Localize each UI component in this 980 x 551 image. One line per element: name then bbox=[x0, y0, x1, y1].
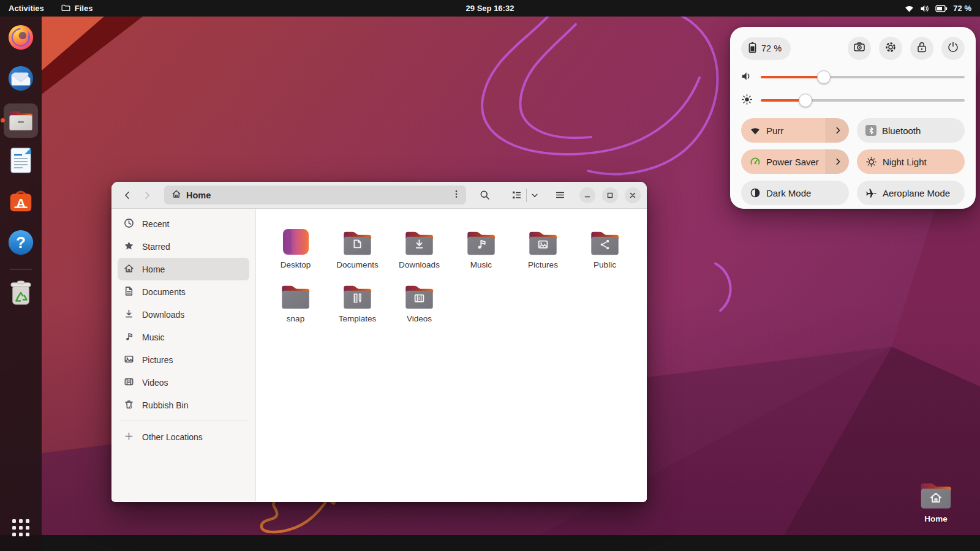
toggle-power-saver[interactable]: Power Saver bbox=[741, 149, 849, 174]
lock-screen-button[interactable] bbox=[910, 37, 933, 60]
firefox-icon bbox=[7, 23, 35, 54]
brightness-slider[interactable] bbox=[761, 94, 965, 107]
folder-label: Public bbox=[594, 260, 616, 269]
sidebar-item-label: Recent bbox=[142, 219, 169, 229]
folder-item-templates[interactable]: Templates bbox=[326, 279, 388, 331]
app-grid-icon bbox=[12, 519, 29, 536]
volume-icon bbox=[920, 4, 930, 13]
desktop-icon-home[interactable]: Home bbox=[909, 478, 963, 523]
folder-icon bbox=[402, 227, 436, 257]
sidebar-item-downloads[interactable]: Downloads bbox=[118, 303, 249, 326]
battery-percent-label: 72 % bbox=[953, 4, 971, 13]
clock[interactable]: 29 Sep 16:32 bbox=[458, 0, 523, 17]
search-button[interactable] bbox=[475, 186, 494, 205]
address-bar[interactable]: Home bbox=[164, 186, 466, 204]
sidebar-item-recent[interactable]: Recent bbox=[118, 212, 249, 235]
screenshot-button[interactable] bbox=[848, 37, 871, 60]
folder-item-pictures[interactable]: Pictures bbox=[512, 225, 574, 277]
battery-pill[interactable]: 72 % bbox=[741, 37, 791, 60]
svg-text:?: ? bbox=[16, 234, 26, 251]
folder-icon bbox=[61, 3, 70, 14]
sidebar-item-other-locations[interactable]: Other Locations bbox=[118, 425, 249, 448]
toggle-purr[interactable]: Purr bbox=[741, 118, 849, 143]
toggle-label: Power Saver bbox=[766, 157, 819, 167]
thunderbird-icon bbox=[7, 64, 35, 95]
folder-item-downloads[interactable]: Downloads bbox=[388, 225, 450, 277]
folder-icon bbox=[279, 281, 312, 310]
folder-item-documents[interactable]: Documents bbox=[326, 225, 388, 277]
dock-item-files[interactable] bbox=[4, 103, 38, 138]
app-menu-files[interactable]: Files bbox=[53, 0, 102, 17]
dock-item-rubbish-bin[interactable] bbox=[4, 277, 38, 312]
view-options-chevron[interactable] bbox=[527, 186, 543, 205]
volume-slider[interactable] bbox=[761, 70, 965, 84]
starred-icon bbox=[124, 241, 134, 253]
folder-item-videos[interactable]: Videos bbox=[388, 279, 450, 331]
sidebar-item-rubbish-bin[interactable]: Rubbish Bin bbox=[118, 394, 249, 416]
power-button[interactable] bbox=[941, 37, 965, 60]
dock-item-help[interactable]: ? bbox=[4, 227, 38, 261]
activities-button[interactable]: Activities bbox=[0, 0, 53, 17]
volume-slider-knob[interactable] bbox=[817, 70, 831, 84]
dock-item-thunderbird[interactable] bbox=[4, 62, 38, 97]
folder-item-public[interactable]: Public bbox=[574, 225, 636, 277]
dock-item-libreoffice-writer[interactable] bbox=[4, 144, 38, 179]
toggle-main[interactable]: Power Saver bbox=[741, 149, 826, 174]
night-light-icon bbox=[865, 156, 877, 168]
folder-item-desktop[interactable]: Desktop bbox=[265, 225, 326, 277]
plus-icon bbox=[124, 431, 134, 443]
files-content-grid: DesktopDocumentsDownloadsMusicPicturesPu… bbox=[256, 209, 647, 501]
dock-item-firefox[interactable] bbox=[4, 21, 38, 56]
toggle-bluetooth[interactable]: Bluetooth bbox=[857, 118, 965, 143]
toggle-dark-mode[interactable]: Dark Mode bbox=[741, 181, 849, 205]
toggle-main[interactable]: Purr bbox=[741, 118, 826, 143]
folder-label: Downloads bbox=[399, 260, 440, 269]
show-apps-button[interactable] bbox=[4, 511, 38, 545]
back-button[interactable] bbox=[118, 186, 137, 205]
forward-button[interactable] bbox=[137, 186, 157, 205]
volume-slider-fill bbox=[761, 76, 824, 78]
folder-item-music[interactable]: Music bbox=[450, 225, 512, 277]
quick-settings-header: 72 % bbox=[741, 37, 965, 60]
clock-label: 29 Sep 16:32 bbox=[466, 4, 514, 13]
toggle-main[interactable]: Bluetooth bbox=[857, 118, 965, 143]
sidebar-item-videos[interactable]: Videos bbox=[118, 371, 249, 394]
folder-label: snap bbox=[287, 314, 304, 323]
brightness-icon bbox=[741, 94, 753, 108]
sidebar-item-label: Starred bbox=[142, 242, 170, 252]
minimize-button[interactable] bbox=[579, 187, 595, 203]
aeroplane-icon bbox=[865, 187, 877, 199]
list-view-button[interactable] bbox=[507, 186, 526, 205]
toggle-label: Bluetooth bbox=[882, 126, 921, 136]
close-button[interactable] bbox=[625, 187, 641, 203]
dark-mode-icon bbox=[750, 187, 761, 198]
folder-item-snap[interactable]: snap bbox=[265, 279, 326, 331]
folder-label: Desktop bbox=[281, 260, 311, 269]
toggle-night-light[interactable]: Night Light bbox=[857, 149, 965, 174]
dock-item-ubuntu-software[interactable]: A bbox=[4, 186, 38, 220]
toggle-expand-arrow[interactable] bbox=[826, 118, 849, 143]
folder-icon bbox=[588, 227, 622, 257]
recent-icon bbox=[124, 218, 134, 230]
toggle-aeroplane-mode[interactable]: Aeroplane Mode bbox=[857, 181, 965, 205]
toggle-main[interactable]: Dark Mode bbox=[741, 181, 849, 205]
download-icon bbox=[124, 309, 134, 321]
desktop-icon-label: Home bbox=[924, 514, 948, 523]
toggle-main[interactable]: Night Light bbox=[857, 149, 965, 174]
system-indicators[interactable]: 72 % bbox=[895, 0, 980, 17]
location-menu-kebab-icon[interactable] bbox=[451, 189, 461, 201]
settings-button[interactable] bbox=[879, 37, 902, 60]
sidebar-item-documents[interactable]: Documents bbox=[118, 280, 249, 303]
toggle-label: Purr bbox=[766, 126, 783, 136]
power-saver-icon bbox=[750, 156, 761, 167]
sidebar-item-home[interactable]: Home bbox=[118, 258, 249, 280]
toggle-expand-arrow[interactable] bbox=[826, 149, 849, 174]
toggle-main[interactable]: Aeroplane Mode bbox=[857, 181, 965, 205]
sidebar-item-pictures[interactable]: Pictures bbox=[118, 348, 249, 371]
sidebar-item-starred[interactable]: Starred bbox=[118, 235, 249, 258]
sidebar-item-music[interactable]: Music bbox=[118, 326, 249, 348]
hamburger-menu-button[interactable] bbox=[550, 186, 570, 205]
dock-divider bbox=[10, 269, 32, 269]
maximize-button[interactable] bbox=[602, 187, 618, 203]
brightness-slider-knob[interactable] bbox=[799, 94, 812, 107]
